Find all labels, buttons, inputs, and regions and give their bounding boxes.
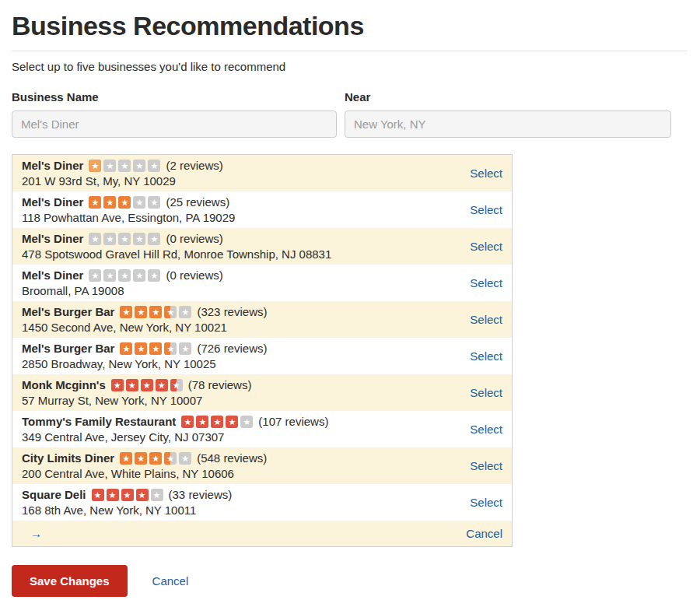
star-rating: ★★★★★ [111, 379, 183, 391]
business-name: Tommy's Family Restaurant [22, 414, 176, 429]
select-link[interactable]: Select [470, 496, 502, 509]
review-count: (0 reviews) [166, 231, 222, 246]
star-icon: ★ [126, 379, 138, 391]
review-count: (0 reviews) [166, 268, 222, 282]
star-icon: ★ [89, 269, 101, 282]
business-address: 118 Powhattan Ave, Essington, PA 19029 [22, 210, 460, 225]
list-cancel-link[interactable]: Cancel [466, 527, 502, 540]
star-icon: ★ [141, 379, 153, 391]
save-changes-button[interactable]: Save Changes [12, 565, 128, 597]
business-info: Mel's Diner ★★★★★ (0 reviews) 478 Spotsw… [22, 231, 460, 261]
business-result-row: Mel's Burger Bar ★★★★★ (323 reviews) 145… [12, 301, 512, 338]
star-icon: ★ [148, 233, 160, 245]
cancel-link[interactable]: Cancel [152, 574, 189, 588]
business-result-row: Tommy's Family Restaurant ★★★★★ (107 rev… [12, 411, 512, 447]
star-icon: ★ [170, 379, 183, 391]
business-info: Square Deli ★★★★★ (33 reviews) 168 8th A… [22, 487, 460, 518]
select-link[interactable]: Select [470, 203, 502, 216]
select-link[interactable]: Select [470, 276, 502, 289]
star-icon: ★ [92, 489, 104, 501]
business-name-line: Tommy's Family Restaurant ★★★★★ (107 rev… [22, 414, 460, 429]
business-address: 349 Central Ave, Jersey City, NJ 07307 [22, 430, 460, 444]
star-icon: ★ [164, 306, 177, 318]
business-name: Square Deli [22, 487, 86, 502]
business-result-row: Mel's Diner ★★★★★ (25 reviews) 118 Powha… [12, 191, 512, 228]
business-info: Mel's Diner ★★★★★ (25 reviews) 118 Powha… [22, 195, 460, 225]
star-rating: ★★★★★ [120, 306, 191, 318]
star-icon: ★ [103, 233, 116, 245]
business-info: Monk Mcginn's ★★★★★ (78 reviews) 57 Murr… [22, 377, 460, 408]
star-icon: ★ [103, 196, 116, 209]
business-name-line: Mel's Diner ★★★★★ (0 reviews) [22, 268, 460, 282]
business-name-field-group: Business Name [12, 90, 337, 138]
business-name: Mel's Burger Bar [22, 304, 114, 319]
star-icon: ★ [148, 196, 160, 209]
business-name: Mel's Diner [22, 195, 83, 209]
star-icon: ★ [179, 306, 191, 318]
star-icon: ★ [107, 489, 119, 501]
star-icon: ★ [120, 452, 132, 465]
business-name: Monk Mcginn's [22, 377, 106, 392]
star-icon: ★ [196, 416, 208, 428]
star-icon: ★ [133, 269, 145, 282]
near-label: Near [345, 90, 671, 104]
star-icon: ★ [136, 489, 149, 501]
star-rating: ★★★★★ [89, 160, 160, 172]
star-icon: ★ [120, 342, 132, 355]
star-icon: ★ [133, 160, 145, 172]
select-link[interactable]: Select [470, 423, 502, 436]
select-link[interactable]: Select [470, 386, 502, 399]
business-name-line: City Limits Diner ★★★★★ (548 reviews) [22, 451, 460, 465]
select-link[interactable]: Select [470, 167, 502, 180]
select-link[interactable]: Select [470, 459, 502, 472]
business-address: 478 Spotswood Gravel Hill Rd, Monroe Tow… [22, 247, 460, 261]
list-footer: → Cancel [12, 521, 512, 546]
business-address: 200 Central Ave, White Plains, NY 10606 [22, 466, 460, 481]
business-name-line: Mel's Diner ★★★★★ (0 reviews) [22, 231, 460, 246]
near-input[interactable] [345, 111, 671, 138]
business-result-row: Square Deli ★★★★★ (33 reviews) 168 8th A… [12, 484, 512, 521]
business-info: Mel's Diner ★★★★★ (0 reviews) Broomall, … [22, 268, 460, 298]
star-icon: ★ [135, 306, 147, 318]
results-list: Mel's Diner ★★★★★ (2 reviews) 201 W 93rd… [12, 154, 513, 547]
star-icon: ★ [111, 379, 124, 391]
star-icon: ★ [135, 342, 147, 355]
business-result-row: Mel's Burger Bar ★★★★★ (726 reviews) 285… [12, 338, 512, 374]
review-count: (78 reviews) [188, 377, 252, 392]
review-count: (323 reviews) [197, 304, 267, 319]
star-icon: ★ [149, 306, 162, 318]
star-icon: ★ [156, 379, 168, 391]
select-link[interactable]: Select [470, 313, 502, 326]
review-count: (726 reviews) [197, 341, 267, 356]
star-icon: ★ [103, 160, 116, 172]
star-icon: ★ [89, 233, 101, 245]
business-name: Mel's Diner [22, 268, 83, 282]
business-info: Tommy's Family Restaurant ★★★★★ (107 rev… [22, 414, 460, 444]
business-name-line: Mel's Diner ★★★★★ (25 reviews) [22, 195, 460, 209]
business-result-row: Monk Mcginn's ★★★★★ (78 reviews) 57 Murr… [12, 374, 512, 411]
star-icon: ★ [89, 196, 101, 209]
star-icon: ★ [164, 342, 177, 355]
select-link[interactable]: Select [470, 349, 502, 363]
star-icon: ★ [179, 452, 191, 465]
star-icon: ★ [118, 196, 131, 209]
page-title: Business Recommendations [12, 11, 688, 41]
form-actions: Save Changes Cancel [12, 565, 688, 597]
business-name-label: Business Name [12, 90, 337, 104]
select-link[interactable]: Select [470, 240, 502, 253]
star-icon: ★ [118, 160, 131, 172]
business-name: Mel's Burger Bar [22, 341, 114, 356]
star-icon: ★ [133, 196, 145, 209]
next-page-arrow[interactable]: → [30, 527, 42, 540]
business-address: 1450 Second Ave, New York, NY 10021 [22, 320, 460, 335]
business-name-input[interactable] [12, 111, 337, 138]
business-address: 201 W 93rd St, My, NY 10029 [22, 174, 460, 188]
business-result-row: Mel's Diner ★★★★★ (0 reviews) 478 Spotsw… [12, 228, 512, 265]
star-icon: ★ [151, 489, 163, 501]
business-name-line: Monk Mcginn's ★★★★★ (78 reviews) [22, 377, 460, 392]
star-rating: ★★★★★ [120, 342, 191, 355]
business-result-row: Mel's Diner ★★★★★ (0 reviews) Broomall, … [12, 265, 512, 301]
review-count: (548 reviews) [197, 451, 267, 465]
review-count: (33 reviews) [169, 487, 233, 502]
star-icon: ★ [89, 160, 101, 172]
